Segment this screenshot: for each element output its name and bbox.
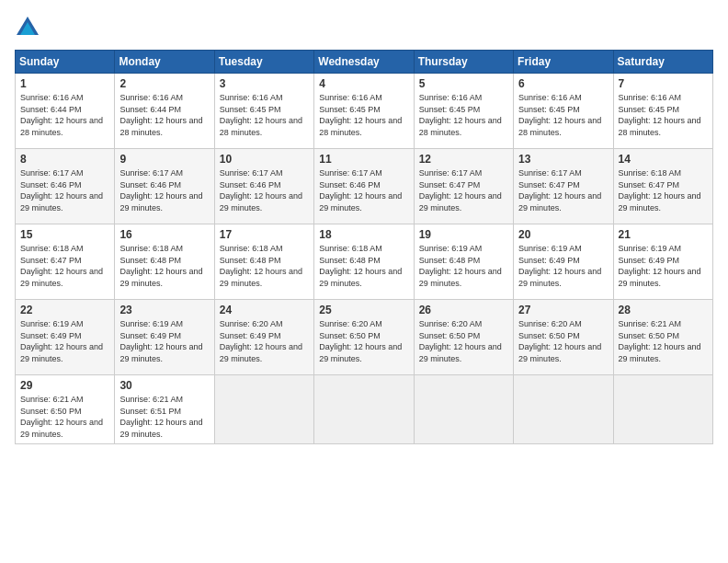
day-info: Sunrise: 6:19 AMSunset: 6:49 PMDaylight:… — [619, 244, 701, 288]
day-info: Sunrise: 6:17 AMSunset: 6:46 PMDaylight:… — [20, 168, 103, 213]
day-number: 12 — [419, 153, 508, 166]
calendar-cell: 21 Sunrise: 6:19 AMSunset: 6:49 PMDaylig… — [613, 224, 712, 300]
calendar-cell: 10 Sunrise: 6:17 AMSunset: 6:46 PMDaylig… — [214, 149, 313, 224]
day-number: 28 — [619, 304, 708, 316]
day-info: Sunrise: 6:16 AMSunset: 6:45 PMDaylight:… — [220, 93, 302, 137]
day-number: 10 — [220, 153, 309, 166]
day-info: Sunrise: 6:16 AMSunset: 6:44 PMDaylight:… — [20, 93, 103, 137]
day-info: Sunrise: 6:16 AMSunset: 6:45 PMDaylight:… — [419, 93, 502, 137]
day-number: 16 — [119, 228, 209, 241]
day-number: 14 — [619, 153, 708, 166]
logo — [15, 15, 44, 40]
week-row-3: 15 Sunrise: 6:18 AMSunset: 6:47 PMDaylig… — [16, 224, 713, 300]
calendar-cell: 18 Sunrise: 6:18 AMSunset: 6:48 PMDaylig… — [314, 224, 414, 300]
logo-icon — [15, 15, 40, 40]
calendar-cell: 1 Sunrise: 6:16 AMSunset: 6:44 PMDayligh… — [16, 74, 115, 149]
day-info: Sunrise: 6:16 AMSunset: 6:45 PMDaylight:… — [319, 93, 402, 137]
day-number: 25 — [319, 304, 408, 316]
calendar-cell: 25 Sunrise: 6:20 AMSunset: 6:50 PMDaylig… — [314, 300, 414, 375]
day-number: 22 — [20, 304, 109, 316]
calendar-cell: 3 Sunrise: 6:16 AMSunset: 6:45 PMDayligh… — [214, 74, 313, 149]
calendar-cell — [613, 375, 712, 444]
day-info: Sunrise: 6:17 AMSunset: 6:47 PMDaylight:… — [518, 168, 601, 213]
day-number: 11 — [319, 153, 408, 166]
calendar-cell: 13 Sunrise: 6:17 AMSunset: 6:47 PMDaylig… — [514, 149, 613, 224]
day-number: 8 — [20, 153, 109, 166]
calendar-cell: 8 Sunrise: 6:17 AMSunset: 6:46 PMDayligh… — [16, 149, 115, 224]
calendar-cell: 4 Sunrise: 6:16 AMSunset: 6:45 PMDayligh… — [314, 74, 414, 149]
week-row-1: 1 Sunrise: 6:16 AMSunset: 6:44 PMDayligh… — [16, 74, 713, 149]
calendar-cell: 12 Sunrise: 6:17 AMSunset: 6:47 PMDaylig… — [414, 149, 513, 224]
day-info: Sunrise: 6:19 AMSunset: 6:49 PMDaylight:… — [20, 319, 103, 363]
calendar-cell: 14 Sunrise: 6:18 AMSunset: 6:47 PMDaylig… — [613, 149, 712, 224]
calendar-cell: 28 Sunrise: 6:21 AMSunset: 6:50 PMDaylig… — [613, 300, 712, 375]
day-info: Sunrise: 6:16 AMSunset: 6:45 PMDaylight:… — [518, 93, 601, 137]
calendar-cell: 2 Sunrise: 6:16 AMSunset: 6:44 PMDayligh… — [115, 74, 214, 149]
day-number: 9 — [119, 153, 209, 166]
calendar-cell: 19 Sunrise: 6:19 AMSunset: 6:48 PMDaylig… — [414, 224, 513, 300]
calendar-cell: 9 Sunrise: 6:17 AMSunset: 6:46 PMDayligh… — [115, 149, 214, 224]
day-number: 18 — [319, 228, 408, 241]
weekday-header-tuesday: Tuesday — [214, 51, 313, 74]
day-info: Sunrise: 6:20 AMSunset: 6:50 PMDaylight:… — [419, 319, 502, 363]
day-info: Sunrise: 6:18 AMSunset: 6:48 PMDaylight:… — [220, 244, 302, 288]
calendar-cell: 17 Sunrise: 6:18 AMSunset: 6:48 PMDaylig… — [214, 224, 313, 300]
day-info: Sunrise: 6:17 AMSunset: 6:46 PMDaylight:… — [319, 168, 402, 213]
day-info: Sunrise: 6:16 AMSunset: 6:44 PMDaylight:… — [119, 93, 202, 137]
day-info: Sunrise: 6:18 AMSunset: 6:48 PMDaylight:… — [319, 244, 402, 288]
calendar: SundayMondayTuesdayWednesdayThursdayFrid… — [15, 50, 713, 444]
calendar-cell: 26 Sunrise: 6:20 AMSunset: 6:50 PMDaylig… — [414, 300, 513, 375]
day-number: 19 — [419, 228, 508, 241]
calendar-cell: 5 Sunrise: 6:16 AMSunset: 6:45 PMDayligh… — [414, 74, 513, 149]
calendar-cell: 20 Sunrise: 6:19 AMSunset: 6:49 PMDaylig… — [514, 224, 613, 300]
day-info: Sunrise: 6:18 AMSunset: 6:48 PMDaylight:… — [119, 244, 202, 288]
page: SundayMondayTuesdayWednesdayThursdayFrid… — [0, 0, 728, 563]
day-number: 2 — [119, 77, 209, 90]
calendar-cell — [314, 375, 414, 444]
day-number: 24 — [220, 304, 309, 316]
weekday-header-monday: Monday — [115, 51, 214, 74]
weekday-header-wednesday: Wednesday — [314, 51, 414, 74]
week-row-2: 8 Sunrise: 6:17 AMSunset: 6:46 PMDayligh… — [16, 149, 713, 224]
day-info: Sunrise: 6:18 AMSunset: 6:47 PMDaylight:… — [619, 168, 701, 213]
day-number: 3 — [220, 77, 309, 90]
calendar-cell: 6 Sunrise: 6:16 AMSunset: 6:45 PMDayligh… — [514, 74, 613, 149]
day-number: 6 — [518, 77, 608, 90]
day-info: Sunrise: 6:16 AMSunset: 6:45 PMDaylight:… — [619, 93, 701, 137]
week-row-4: 22 Sunrise: 6:19 AMSunset: 6:49 PMDaylig… — [16, 300, 713, 375]
calendar-cell: 24 Sunrise: 6:20 AMSunset: 6:49 PMDaylig… — [214, 300, 313, 375]
day-info: Sunrise: 6:18 AMSunset: 6:47 PMDaylight:… — [20, 244, 103, 288]
calendar-cell: 29 Sunrise: 6:21 AMSunset: 6:50 PMDaylig… — [16, 375, 115, 444]
day-info: Sunrise: 6:21 AMSunset: 6:50 PMDaylight:… — [20, 395, 103, 439]
day-number: 1 — [20, 77, 109, 90]
day-info: Sunrise: 6:17 AMSunset: 6:46 PMDaylight:… — [220, 168, 302, 213]
calendar-cell — [414, 375, 513, 444]
header — [15, 15, 713, 40]
day-number: 30 — [119, 379, 209, 392]
day-number: 20 — [518, 228, 608, 241]
day-info: Sunrise: 6:20 AMSunset: 6:50 PMDaylight:… — [518, 319, 601, 363]
day-info: Sunrise: 6:20 AMSunset: 6:49 PMDaylight:… — [220, 319, 302, 363]
day-info: Sunrise: 6:20 AMSunset: 6:50 PMDaylight:… — [319, 319, 402, 363]
day-info: Sunrise: 6:19 AMSunset: 6:49 PMDaylight:… — [518, 244, 601, 288]
calendar-cell: 23 Sunrise: 6:19 AMSunset: 6:49 PMDaylig… — [115, 300, 214, 375]
calendar-cell: 16 Sunrise: 6:18 AMSunset: 6:48 PMDaylig… — [115, 224, 214, 300]
calendar-cell: 15 Sunrise: 6:18 AMSunset: 6:47 PMDaylig… — [16, 224, 115, 300]
day-number: 7 — [619, 77, 708, 90]
weekday-header-sunday: Sunday — [16, 51, 115, 74]
calendar-cell: 7 Sunrise: 6:16 AMSunset: 6:45 PMDayligh… — [613, 74, 712, 149]
calendar-cell: 27 Sunrise: 6:20 AMSunset: 6:50 PMDaylig… — [514, 300, 613, 375]
day-info: Sunrise: 6:19 AMSunset: 6:48 PMDaylight:… — [419, 244, 502, 288]
day-info: Sunrise: 6:17 AMSunset: 6:46 PMDaylight:… — [119, 168, 202, 213]
day-number: 4 — [319, 77, 408, 90]
day-number: 13 — [518, 153, 608, 166]
weekday-header-row: SundayMondayTuesdayWednesdayThursdayFrid… — [16, 51, 713, 74]
calendar-cell — [514, 375, 613, 444]
day-number: 26 — [419, 304, 508, 316]
calendar-cell: 22 Sunrise: 6:19 AMSunset: 6:49 PMDaylig… — [16, 300, 115, 375]
day-info: Sunrise: 6:21 AMSunset: 6:51 PMDaylight:… — [119, 395, 202, 439]
day-number: 23 — [119, 304, 209, 316]
calendar-cell — [214, 375, 313, 444]
day-info: Sunrise: 6:17 AMSunset: 6:47 PMDaylight:… — [419, 168, 502, 213]
day-number: 21 — [619, 228, 708, 241]
